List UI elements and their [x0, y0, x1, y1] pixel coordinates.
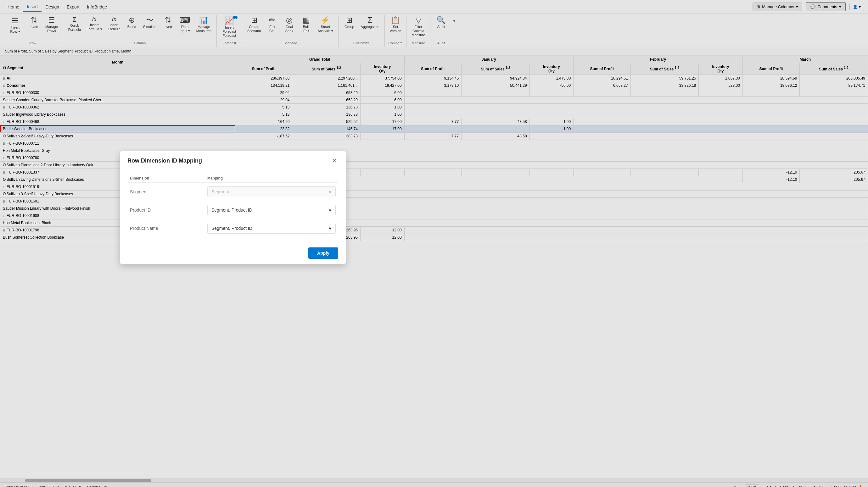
chevron-icon: ∨ — [329, 189, 332, 194]
dialog-row-productid: Product ID Segment, Product ID ∨ — [127, 201, 338, 219]
dialog-row-productname: Product Name Segment, Product ID ∨ — [127, 219, 338, 237]
dialog-footer: Apply — [120, 244, 346, 264]
dialog-header: Row Dimension ID Mapping ✕ — [120, 151, 346, 169]
apply-button[interactable]: Apply — [308, 248, 338, 259]
dialog-select-segment: Segment ∨ — [207, 187, 336, 197]
chevron-down-icon: ∨ — [329, 207, 332, 213]
chevron-down-icon2: ∨ — [329, 226, 332, 231]
dialog-table: Dimension Mapping Segment Segment ∨ Prod… — [127, 174, 338, 237]
dialog-col-mapping: Mapping — [205, 174, 338, 183]
dialog-select-productid[interactable]: Segment, Product ID ∨ — [207, 205, 336, 215]
dialog-dim-productid: Product ID — [127, 201, 205, 219]
row-dimension-dialog: Row Dimension ID Mapping ✕ Dimension Map… — [120, 151, 346, 264]
dialog-row-segment: Segment Segment ∨ — [127, 183, 338, 201]
dialog-dim-productname: Product Name — [127, 219, 205, 237]
dialog-select-productname[interactable]: Segment, Product ID ∨ — [207, 223, 336, 234]
dialog-dim-segment: Segment — [127, 183, 205, 201]
dialog-title: Row Dimension ID Mapping — [127, 158, 202, 164]
dialog-col-dimension: Dimension — [127, 174, 205, 183]
dialog-body: Dimension Mapping Segment Segment ∨ Prod… — [120, 169, 346, 244]
dialog-close-button[interactable]: ✕ — [330, 157, 338, 164]
